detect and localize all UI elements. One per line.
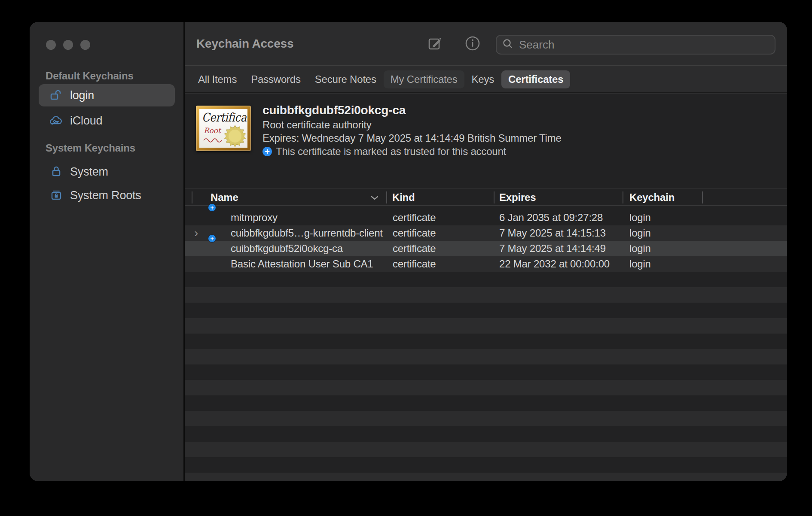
tab-certificates[interactable]: Certificates	[501, 70, 570, 88]
locked-padlock-icon	[49, 165, 64, 178]
row-expires: 22 Mar 2032 at 00:00:00	[499, 256, 610, 272]
column-divider[interactable]	[494, 191, 495, 203]
row-kind: certificate	[393, 210, 436, 225]
content-area: Certificate Root cuibbfkgdubf52i0okcg-ca	[185, 94, 787, 481]
row-name: Basic Attestation User Sub CA1	[231, 256, 373, 272]
info-button[interactable]	[464, 22, 481, 66]
desktop-background: Default Keychains login	[0, 0, 812, 516]
row-kind: certificate	[393, 241, 436, 256]
sidebar-item-label: login	[70, 89, 94, 102]
row-expires: 6 Jan 2035 at 09:27:28	[499, 210, 603, 225]
main-pane: Keychain Access	[185, 22, 787, 481]
tab-all-items[interactable]: All Items	[198, 73, 237, 85]
disclosure-chevron-icon[interactable]: ›	[194, 225, 198, 241]
row-keychain: login	[629, 225, 651, 241]
added-badge-icon: +	[208, 204, 216, 211]
minimize-button[interactable]	[63, 40, 73, 50]
added-badge-icon: +	[208, 235, 216, 242]
certificate-name: cuibbfkgdubf52i0okcg-ca	[263, 103, 562, 118]
row-keychain: login	[629, 256, 651, 272]
tab-passwords[interactable]: Passwords	[251, 73, 301, 85]
sidebar-item-icloud[interactable]: iCloud	[39, 109, 175, 132]
search-input[interactable]	[519, 38, 769, 52]
row-kind: certificate	[393, 256, 436, 272]
icloud-keychain-icon	[49, 114, 64, 127]
column-divider[interactable]	[702, 191, 703, 203]
trusted-plus-icon: +	[263, 147, 272, 156]
sidebar-item-login[interactable]: login	[39, 84, 175, 106]
row-name: mitmproxy	[231, 210, 278, 225]
flourish-ornament	[203, 137, 223, 143]
sidebar-section-default-keychains: Default Keychains	[46, 70, 134, 82]
gold-seal	[223, 124, 247, 148]
certificate-expiry: Expires: Wednesday 7 May 2025 at 14:14:4…	[263, 131, 562, 145]
sort-chevron-down-icon	[370, 195, 379, 200]
compose-icon	[426, 34, 444, 54]
row-keychain: login	[629, 210, 651, 225]
column-header-keychain[interactable]: Keychain	[629, 189, 675, 206]
keychain-access-window: Default Keychains login	[30, 22, 787, 481]
search-icon	[502, 38, 514, 52]
info-icon	[464, 35, 481, 53]
window-controls	[46, 40, 90, 50]
column-divider[interactable]	[623, 191, 623, 203]
unlocked-padlock-icon	[49, 89, 64, 102]
table-row[interactable]: + mitmproxy certificate 6 Jan 2035 at 09…	[185, 210, 787, 225]
sidebar-item-system-roots[interactable]: System Roots	[39, 184, 175, 206]
column-divider[interactable]	[386, 191, 387, 203]
new-item-button[interactable]	[426, 22, 444, 66]
sidebar-item-label: System Roots	[70, 189, 141, 202]
row-kind: certificate	[393, 225, 436, 241]
search-field	[496, 35, 775, 55]
sidebar-item-label: System	[70, 165, 108, 179]
system-roots-archive-lock-icon	[49, 189, 64, 202]
tab-secure-notes[interactable]: Secure Notes	[315, 73, 376, 85]
window-title: Keychain Access	[196, 22, 293, 66]
column-header-expires[interactable]: Expires	[499, 189, 536, 206]
column-header-kind[interactable]: Kind	[392, 189, 415, 206]
column-divider[interactable]	[192, 191, 192, 203]
sidebar-section-system-keychains: System Keychains	[46, 142, 135, 154]
tab-keys[interactable]: Keys	[472, 73, 495, 85]
trust-note: This certificate is marked as trusted fo…	[276, 145, 506, 158]
certificate-icon-caption: Certificate	[202, 111, 247, 124]
table-row[interactable]: Basic Attestation User Sub CA1 certifica…	[185, 256, 787, 272]
certificate-icon-root-caption: Root	[204, 126, 220, 135]
root-certificate-large-icon: Certificate Root	[196, 106, 251, 151]
certificate-subtitle: Root certificate authority	[263, 118, 562, 131]
sidebar-item-system[interactable]: System	[39, 161, 175, 183]
toolbar: Keychain Access	[185, 22, 787, 66]
row-keychain: login	[629, 241, 651, 256]
zoom-button[interactable]	[80, 40, 90, 50]
certificate-detail: cuibbfkgdubf52i0okcg-ca Root certificate…	[263, 103, 562, 158]
sidebar: Default Keychains login	[30, 22, 183, 481]
sidebar-item-label: iCloud	[70, 114, 102, 127]
tab-my-certificates[interactable]: My Certificates	[384, 70, 464, 88]
row-name: cuibbfkgdubf5…g-kurrentdb-client	[231, 225, 383, 241]
category-tabs: All Items Passwords Secure Notes My Cert…	[185, 66, 787, 93]
table-header: Name Kind Expires Keychain	[185, 188, 787, 206]
row-expires: 7 May 2025 at 14:15:13	[499, 225, 606, 241]
row-name: cuibbfkgdubf52i0okcg-ca	[231, 241, 343, 256]
row-expires: 7 May 2025 at 14:14:49	[499, 241, 606, 256]
close-button[interactable]	[46, 40, 56, 50]
column-header-name[interactable]: Name	[211, 189, 238, 206]
table-row[interactable]: › cuibbfkgdubf5…g-kurrentdb-client certi…	[185, 225, 787, 241]
table-row-selected[interactable]: + cuibbfkgdubf52i0okcg-ca certificate 7 …	[185, 241, 787, 256]
